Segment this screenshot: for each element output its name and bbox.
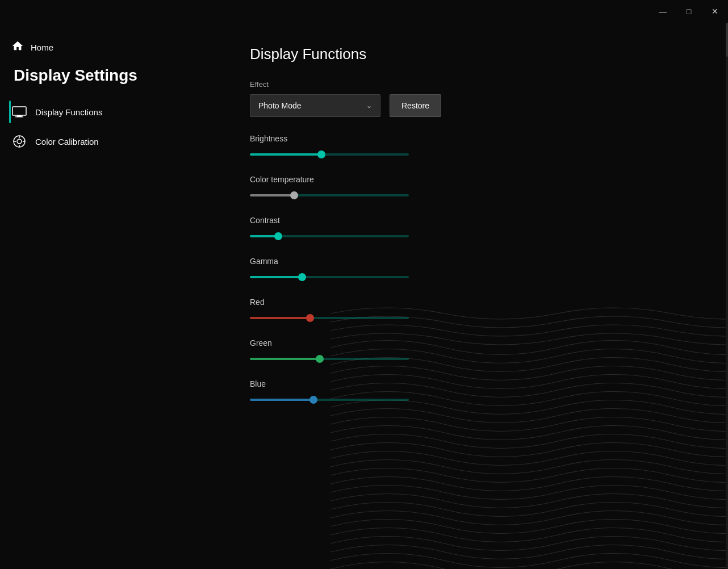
slider-group-blue: Blue bbox=[250, 379, 694, 404]
effect-value: Photo Mode bbox=[258, 101, 302, 110]
sliders-container: BrightnessColor temperatureContrastGamma… bbox=[250, 134, 694, 404]
effect-dropdown[interactable]: Photo Mode ⌄ bbox=[250, 94, 380, 117]
sidebar-item-label-display-functions: Display Functions bbox=[35, 107, 102, 117]
slider-thumb-contrast[interactable] bbox=[274, 232, 282, 240]
svg-rect-0 bbox=[12, 107, 26, 115]
color-calibration-icon bbox=[11, 133, 27, 149]
sidebar-item-label-color-calibration: Color Calibration bbox=[35, 137, 99, 147]
slider-thumb-gamma[interactable] bbox=[298, 273, 306, 281]
slider-track-brightness[interactable] bbox=[250, 150, 694, 159]
svg-rect-2 bbox=[15, 116, 23, 118]
sidebar: Home Display Settings Display Functions … bbox=[0, 23, 227, 569]
slider-group-contrast: Contrast bbox=[250, 216, 694, 241]
slider-group-green: Green bbox=[250, 338, 694, 363]
home-label: Home bbox=[31, 43, 53, 52]
section-title: Display Functions bbox=[250, 45, 694, 63]
slider-label-gamma: Gamma bbox=[250, 257, 694, 266]
slider-track-blue[interactable] bbox=[250, 395, 694, 404]
slider-thumb-green[interactable] bbox=[316, 355, 324, 363]
page-title: Display Settings bbox=[11, 66, 216, 85]
slider-label-brightness: Brightness bbox=[250, 134, 694, 143]
effect-row: Photo Mode ⌄ Restore bbox=[250, 94, 694, 117]
slider-thumb-blue[interactable] bbox=[309, 396, 317, 404]
main-content: Display Functions Effect Photo Mode ⌄ Re… bbox=[227, 23, 728, 569]
slider-label-contrast: Contrast bbox=[250, 216, 694, 225]
sidebar-item-display-functions[interactable]: Display Functions bbox=[11, 98, 216, 125]
minimize-button[interactable]: — bbox=[650, 0, 676, 23]
slider-label-blue: Blue bbox=[250, 379, 694, 388]
slider-label-green: Green bbox=[250, 338, 694, 348]
maximize-button[interactable]: □ bbox=[676, 0, 702, 23]
display-functions-icon bbox=[11, 104, 27, 120]
slider-group-red: Red bbox=[250, 298, 694, 323]
scrollbar-right[interactable] bbox=[726, 23, 728, 569]
slider-label-red: Red bbox=[250, 298, 694, 307]
titlebar: — □ ✕ bbox=[0, 0, 728, 23]
scrollbar-thumb[interactable] bbox=[726, 23, 728, 57]
home-icon bbox=[11, 40, 24, 55]
slider-group-brightness: Brightness bbox=[250, 134, 694, 159]
svg-rect-1 bbox=[17, 115, 22, 116]
slider-track-contrast[interactable] bbox=[250, 232, 694, 241]
restore-button[interactable]: Restore bbox=[390, 94, 441, 117]
slider-track-gamma[interactable] bbox=[250, 273, 694, 282]
slider-label-color-temperature: Color temperature bbox=[250, 175, 694, 184]
slider-track-color-temperature[interactable] bbox=[250, 191, 694, 200]
slider-thumb-brightness[interactable] bbox=[317, 150, 325, 158]
home-link[interactable]: Home bbox=[11, 40, 216, 55]
slider-group-gamma: Gamma bbox=[250, 257, 694, 282]
slider-track-red[interactable] bbox=[250, 313, 694, 323]
slider-thumb-red[interactable] bbox=[306, 314, 314, 322]
slider-thumb-color-temperature[interactable] bbox=[290, 191, 298, 199]
effect-label: Effect bbox=[250, 80, 694, 89]
svg-point-4 bbox=[17, 139, 22, 144]
close-button[interactable]: ✕ bbox=[702, 0, 728, 23]
sidebar-item-color-calibration[interactable]: Color Calibration bbox=[11, 128, 216, 155]
slider-group-color-temperature: Color temperature bbox=[250, 175, 694, 200]
slider-track-green[interactable] bbox=[250, 354, 694, 363]
chevron-down-icon: ⌄ bbox=[366, 102, 372, 110]
